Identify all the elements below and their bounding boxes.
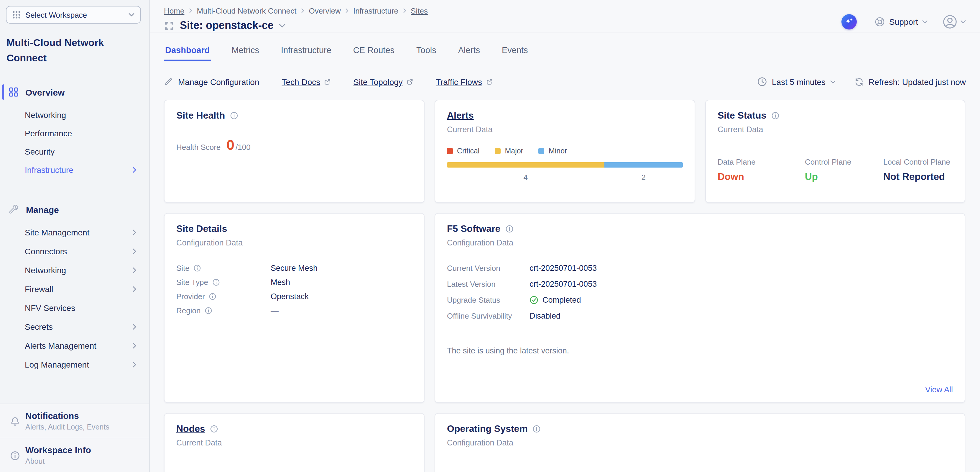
tab-tools[interactable]: Tools [415,38,438,61]
chevron-down-icon[interactable] [279,24,285,28]
active-indicator [2,85,4,100]
page-header: HomeMulti-Cloud Network ConnectOverviewI… [150,0,980,32]
sidebar-item-networking[interactable]: Networking [0,105,149,124]
toolbar-link-site-topology[interactable]: Site Topology [353,77,414,86]
sidebar-item-security[interactable]: Security [0,142,149,161]
status-local-control-plane: Local Control PlaneNot Reported [883,158,953,182]
external-link-icon [324,78,331,85]
sidebar-item-alerts-management[interactable]: Alerts Management [0,336,149,355]
site-status-card: Site Status Current Data Data PlaneDownC… [705,100,965,203]
info-circle-icon [10,445,20,466]
alerts-bar-value-major: 4 [447,173,604,182]
breadcrumb-item-overview[interactable]: Overview [309,6,341,15]
info-icon[interactable] [209,292,217,300]
info-icon[interactable] [771,112,779,120]
sidebar: Select Workspace Multi-Cloud Network Con… [0,0,150,472]
site-details-card: Site Details Configuration Data SiteSecu… [164,213,425,403]
tab-ce-routes[interactable]: CE Routes [352,38,396,61]
breadcrumb-item-infrastructure[interactable]: Infrastructure [353,6,398,15]
site-status-title: Site Status [718,110,766,121]
f5-software-card: F5 Software Configuration Data Current V… [434,213,965,403]
chevron-right-icon [133,167,136,172]
sidebar-item-site-management[interactable]: Site Management [0,223,149,242]
chevron-down-icon [922,20,928,24]
health-score-value: 0 [226,137,234,153]
status-control-plane: Control PlaneUp [805,158,883,182]
sidebar-item-firewall[interactable]: Firewall [0,280,149,298]
refresh-label: Refresh: Updated just now [869,77,966,86]
nodes-title-link[interactable]: Nodes [176,424,205,434]
operating-system-subtitle: Configuration Data [447,439,953,447]
nav-group-label: Manage [26,204,59,214]
detail-row-site: SiteSecure Mesh [176,263,412,273]
refresh-icon [854,77,864,86]
breadcrumb-item-home[interactable]: Home [164,6,184,15]
user-menu[interactable] [943,15,966,29]
legend-item-minor: Minor [539,147,567,155]
sidebar-item-notifications[interactable]: Notifications Alerts, Audit Logs, Events [0,403,149,438]
tab-infrastructure[interactable]: Infrastructure [280,38,332,61]
info-icon[interactable] [194,264,201,272]
f5-software-title: F5 Software [447,223,500,234]
site-details-title: Site Details [176,223,228,234]
sidebar-item-networking[interactable]: Networking [0,261,149,280]
site-health-card: Site Health Health Score 0 /100 [164,100,425,203]
cards-grid: Site Health Health Score 0 /100 Alerts C… [164,100,967,472]
detail-row-current-version: Current Versioncrt-20250701-0053 [447,263,953,274]
info-icon[interactable] [205,306,212,314]
info-icon[interactable] [505,225,513,233]
info-icon[interactable] [230,112,238,120]
toolbar-left: Manage Configuration Tech DocsSite Topol… [164,77,493,86]
sidebar-item-secrets[interactable]: Secrets [0,317,149,336]
sidebar-item-manage[interactable]: Manage [0,199,149,220]
breadcrumb-item-sites[interactable]: Sites [411,6,428,15]
page-title: Site: openstack-ce [180,19,274,32]
toolbar-link-traffic-flows[interactable]: Traffic Flows [436,77,493,86]
workspace-info-sublabel: About [25,457,91,466]
openstack-logo-icon [164,20,175,31]
tab-dashboard[interactable]: Dashboard [164,38,211,61]
time-range-selector[interactable]: Last 5 minutes [757,77,835,87]
workspace-selector[interactable]: Select Workspace [6,6,141,24]
support-menu[interactable]: Support [875,16,928,27]
sidebar-item-connectors[interactable]: Connectors [0,242,149,261]
tab-events[interactable]: Events [501,38,529,61]
header-actions: Support [842,14,966,30]
breadcrumb-item-multi-cloud-network-connect[interactable]: Multi-Cloud Network Connect [197,6,296,15]
overview-grid-icon [9,87,18,97]
chevron-right-icon [189,8,192,13]
alerts-bar-labels: 42 [447,173,683,182]
ai-assistant-button[interactable] [842,14,857,30]
f5-software-subtitle: Configuration Data [447,238,953,247]
life-ring-icon [875,16,885,27]
toolbar: Manage Configuration Tech DocsSite Topol… [164,77,966,87]
info-icon[interactable] [210,425,218,433]
alerts-subtitle: Current Data [447,125,683,134]
alerts-title-link[interactable]: Alerts [447,110,474,121]
alerts-bar-value-minor: 2 [604,173,683,182]
chevron-right-icon [133,286,136,292]
detail-row-offline-survivability: Offline SurvivabilityDisabled [447,310,953,322]
external-link-icon [485,78,493,85]
toolbar-link-tech-docs[interactable]: Tech Docs [282,77,331,86]
sidebar-item-performance[interactable]: Performance [0,124,149,142]
sidebar-item-overview[interactable]: Overview [0,82,149,102]
site-status-columns: Data PlaneDownControl PlaneUpLocal Contr… [718,158,953,182]
tab-alerts[interactable]: Alerts [457,38,481,61]
info-icon[interactable] [212,278,220,286]
sidebar-item-log-management[interactable]: Log Management [0,355,149,374]
info-icon[interactable] [533,425,541,433]
sidebar-item-infrastructure[interactable]: Infrastructure [0,161,149,179]
grid-dots-icon [13,11,21,19]
legend-item-major: Major [495,147,523,155]
refresh-button[interactable]: Refresh: Updated just now [854,77,966,86]
sidebar-item-workspace-info[interactable]: Workspace Info About [0,438,149,472]
sidebar-item-nfv-services[interactable]: NFV Services [0,298,149,317]
manage-configuration-button[interactable]: Manage Configuration [164,77,259,86]
tab-metrics[interactable]: Metrics [231,38,260,61]
alerts-stacked-bar [447,162,683,167]
view-all-link[interactable]: View All [925,385,953,394]
health-score-row: Health Score 0 /100 [176,137,412,153]
site-details-rows: SiteSecure MeshSite TypeMeshProviderOpen… [176,263,412,316]
detail-row-upgrade-status: Upgrade StatusCompleted [447,294,953,306]
